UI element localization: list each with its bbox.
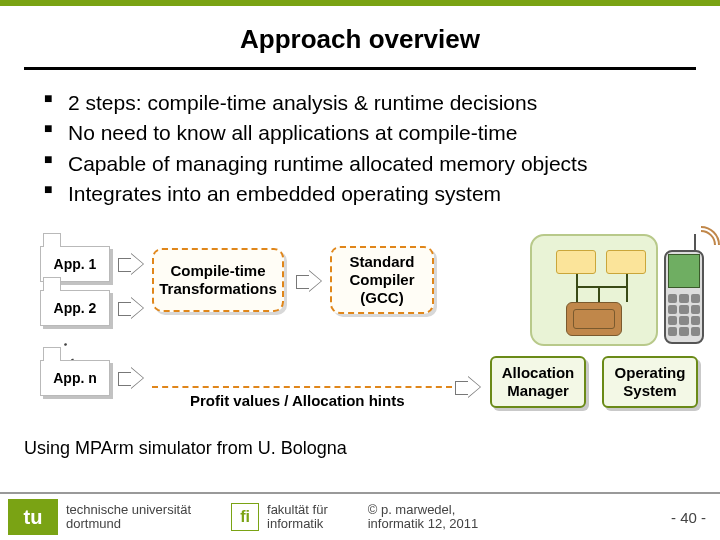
uni-line2: dortmund: [66, 517, 191, 531]
bullet-3: Capable of managing runtime allocated me…: [50, 149, 684, 179]
appn-label: App. n: [53, 370, 97, 386]
compile-time-box: Compile-time Transformations: [152, 248, 284, 312]
phone-keypad: [668, 294, 700, 336]
bullet-2: No need to know all applications at comp…: [50, 118, 684, 148]
gcc-label: Standard Compiler (GCC): [349, 253, 414, 307]
phone-icon: [664, 236, 704, 356]
slide: Approach overview 2 steps: compile-time …: [0, 0, 720, 540]
profit-line: [152, 386, 452, 388]
chip-small-1: [556, 250, 596, 274]
fak-line1: fakultät für: [267, 503, 328, 517]
page-number: - 40 -: [671, 509, 706, 526]
alloc-box: Allocation Manager: [490, 356, 586, 408]
os-box: Operating System: [602, 356, 698, 408]
compile-time-label: Compile-time Transformations: [159, 262, 277, 298]
chip-big: [566, 302, 622, 336]
slide-title: Approach overview: [0, 24, 720, 55]
wire-2: [626, 274, 628, 302]
app1-label: App. 1: [54, 256, 97, 272]
cr-line2: informatik 12, 2011: [368, 517, 479, 531]
cr-line1: © p. marwedel,: [368, 503, 479, 517]
title-underline: [24, 67, 696, 70]
gcc-box: Standard Compiler (GCC): [330, 246, 434, 314]
device-graphic: [530, 240, 698, 350]
bullet-1: 2 steps: compile-time analysis & runtime…: [50, 88, 684, 118]
uni-line1: technische universität: [66, 503, 191, 517]
arrow-profit-alloc: [455, 378, 481, 396]
alloc-label: Allocation Manager: [502, 364, 575, 400]
fi-logo: fi: [231, 503, 259, 531]
appn-box: App. n: [40, 360, 110, 396]
bullet-list: 2 steps: compile-time analysis & runtime…: [50, 88, 684, 210]
phone-screen: [668, 254, 700, 288]
footer: tu technische universität dortmund fi fa…: [0, 492, 720, 540]
simulator-note: Using MPArm simulator from U. Bologna: [24, 438, 347, 459]
arrow-ctt-gcc: [296, 272, 322, 290]
wire-1: [576, 274, 578, 302]
arrow-app1: [118, 255, 144, 273]
diagram: App. 1 App. 2 . . . App. n Compile-time …: [0, 240, 720, 460]
app2-box: App. 2: [40, 290, 110, 326]
tu-logo: tu: [8, 499, 58, 535]
app2-label: App. 2: [54, 300, 97, 316]
fak-line2: informatik: [267, 517, 328, 531]
wire-h: [576, 286, 628, 288]
bullet-4: Integrates into an embedded operating sy…: [50, 179, 684, 209]
faculty-name: fakultät für informatik: [267, 503, 328, 532]
arrow-appn: [118, 369, 144, 387]
os-label: Operating System: [615, 364, 686, 400]
chip-small-2: [606, 250, 646, 274]
copyright: © p. marwedel, informatik 12, 2011: [368, 503, 479, 532]
wire-3: [598, 286, 600, 302]
top-accent-line: [0, 0, 720, 6]
profit-label: Profit values / Allocation hints: [190, 392, 404, 409]
university-name: technische universität dortmund: [66, 503, 191, 532]
arrow-app2: [118, 299, 144, 317]
